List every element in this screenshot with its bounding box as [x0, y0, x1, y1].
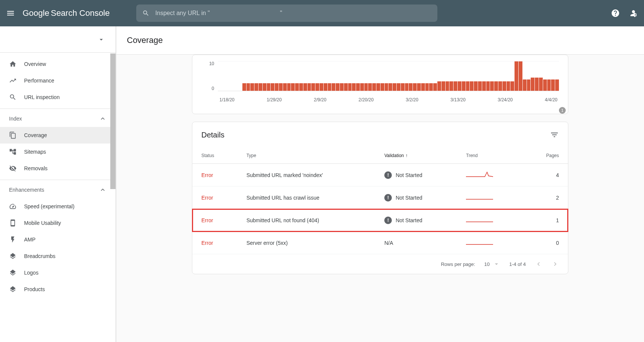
- cell-validation: !Not Started: [375, 209, 457, 232]
- chart-bar: [348, 83, 352, 91]
- table-row[interactable]: Error Server error (5xx) N/A 0: [192, 232, 568, 254]
- trend-sparkline: [466, 171, 493, 178]
- phone-icon: [9, 219, 17, 227]
- x-tick: 1/29/20: [266, 97, 282, 102]
- nav-section-enhancements[interactable]: Enhancements: [0, 180, 116, 198]
- chart-bar: [291, 83, 295, 91]
- bolt-icon: [9, 236, 17, 243]
- chart-bar: [417, 83, 421, 91]
- chart-bar: [498, 81, 502, 91]
- cell-pages: 0: [523, 232, 568, 254]
- next-page-icon[interactable]: [551, 260, 559, 268]
- eye-off-icon: [9, 165, 17, 172]
- table-row[interactable]: Error Submitted URL marked 'noindex' !No…: [192, 164, 568, 186]
- sidebar-item-removals[interactable]: Removals: [0, 160, 116, 177]
- chart-bar: [344, 83, 348, 91]
- nav-section-index[interactable]: Index: [0, 108, 116, 127]
- chart-bar: [429, 83, 433, 91]
- cell-trend: [457, 209, 523, 232]
- sidebar-item-sitemaps[interactable]: Sitemaps: [0, 144, 116, 160]
- chevron-up-icon: [99, 186, 107, 194]
- chart-bar: [279, 83, 283, 91]
- sidebar-item-mobile-usability[interactable]: Mobile Usability: [0, 215, 116, 231]
- sidebar-item-logos[interactable]: Logos: [0, 264, 116, 281]
- prev-page-icon[interactable]: [535, 260, 542, 268]
- col-validation[interactable]: Validation↑: [375, 148, 457, 164]
- table-row[interactable]: Error Submitted URL not found (404) !Not…: [192, 209, 568, 232]
- validation-text: Not Started: [396, 217, 422, 223]
- chart-badge: 1: [559, 107, 566, 114]
- trend-sparkline: [466, 193, 493, 201]
- warning-icon: !: [384, 194, 392, 202]
- property-selector[interactable]: [0, 26, 116, 53]
- chart-bar: [303, 83, 307, 91]
- warning-icon: !: [384, 171, 392, 179]
- chart-bar: [437, 81, 441, 91]
- chart-bar: [283, 83, 287, 91]
- sidebar-item-label: Sitemaps: [24, 149, 46, 155]
- trend-sparkline: [466, 238, 493, 246]
- dropdown-icon: [493, 260, 500, 268]
- chart-bar: [372, 83, 376, 91]
- sidebar-item-url-inspection[interactable]: URL inspection: [0, 89, 116, 105]
- menu-icon[interactable]: [6, 9, 15, 18]
- chart-bar: [515, 61, 518, 91]
- sort-arrow-up-icon: ↑: [405, 153, 408, 158]
- chart-bar: [385, 83, 388, 91]
- chart-bar: [494, 81, 498, 91]
- scrollbar[interactable]: [110, 53, 116, 189]
- search-icon: [9, 93, 17, 101]
- chart-bar: [405, 83, 409, 91]
- chart-bar: [242, 83, 246, 91]
- warning-icon: !: [384, 217, 392, 224]
- chart-bar: [259, 83, 262, 91]
- rows-per-page-label: Rows per page:: [441, 261, 475, 267]
- home-icon: [9, 60, 17, 68]
- sidebar-item-label: Coverage: [24, 132, 47, 138]
- main-content: Coverage 10 0 1/18/201/29/202/9/202/20/2…: [116, 26, 644, 342]
- cell-type: Submitted URL marked 'noindex': [238, 164, 376, 186]
- chart-bar: [539, 78, 543, 91]
- url-inspect-search[interactable]: [136, 5, 437, 22]
- chart-bar: [381, 83, 384, 91]
- chart-bar: [397, 83, 400, 91]
- chart-bar: [271, 83, 274, 91]
- col-status[interactable]: Status: [192, 148, 238, 164]
- sidebar-item-performance[interactable]: Performance: [0, 72, 116, 89]
- sidebar-item-products[interactable]: Products: [0, 281, 116, 298]
- chart-bar: [449, 81, 453, 91]
- sidebar-item-amp[interactable]: AMP: [0, 231, 116, 248]
- sidebar: OverviewPerformanceURL inspection Index …: [0, 26, 116, 342]
- sidebar-item-speed-experimental-[interactable]: Speed (experimental): [0, 198, 116, 215]
- x-tick: 2/20/20: [359, 97, 374, 102]
- help-icon[interactable]: [611, 9, 620, 18]
- sidebar-item-coverage[interactable]: Coverage: [0, 127, 116, 144]
- cell-validation: !Not Started: [375, 186, 457, 209]
- col-pages[interactable]: Pages: [523, 148, 568, 164]
- sidebar-item-overview[interactable]: Overview: [0, 56, 116, 72]
- table-row[interactable]: Error Submitted URL has crawl issue !Not…: [192, 186, 568, 209]
- sidebar-item-label: Mobile Usability: [24, 220, 61, 226]
- filter-icon[interactable]: [550, 130, 559, 139]
- sidebar-item-label: Removals: [24, 165, 47, 171]
- col-trend[interactable]: Trend: [457, 148, 523, 164]
- search-input[interactable]: [155, 10, 431, 17]
- sidebar-item-breadcrumbs[interactable]: Breadcrumbs: [0, 248, 116, 264]
- rows-per-page-select[interactable]: 10: [484, 260, 500, 268]
- chevron-up-icon: [99, 115, 107, 122]
- user-settings-icon[interactable]: [629, 9, 638, 18]
- chart-bar: [486, 81, 490, 91]
- validation-text: Not Started: [396, 195, 422, 201]
- y-tick: 0: [212, 86, 214, 91]
- chart-bar: [315, 83, 319, 91]
- validation-text: Not Started: [396, 172, 422, 178]
- cell-trend: [457, 232, 523, 254]
- chart-bar: [356, 83, 360, 91]
- chart-bar: [482, 81, 486, 91]
- chart-bar: [510, 81, 514, 91]
- sidebar-item-label: Products: [24, 286, 45, 292]
- chart-bar: [376, 83, 380, 91]
- col-type[interactable]: Type: [238, 148, 376, 164]
- cell-status: Error: [192, 186, 238, 209]
- coverage-chart: 10 0 1/18/201/29/202/9/202/20/203/2/203/…: [192, 55, 568, 114]
